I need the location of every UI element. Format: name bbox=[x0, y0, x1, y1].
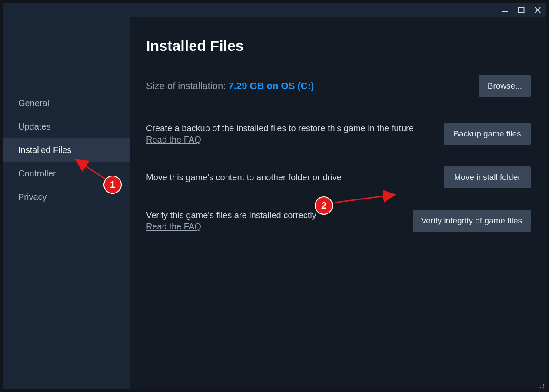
size-row: Size of installation: 7.29 GB on OS (C:)… bbox=[146, 75, 531, 97]
annotation-badge-1: 1 bbox=[103, 176, 122, 194]
close-button[interactable] bbox=[533, 6, 542, 14]
sidebar: General Updates Installed Files Controll… bbox=[3, 17, 130, 389]
section-move: Move this game's content to another fold… bbox=[146, 156, 531, 199]
annotation-badge-2: 2 bbox=[315, 196, 333, 215]
sidebar-item-label: Privacy bbox=[18, 192, 47, 202]
backup-desc: Create a backup of the installed files t… bbox=[146, 123, 414, 134]
sidebar-item-label: General bbox=[18, 98, 49, 108]
verify-desc: Verify this game's files are installed c… bbox=[146, 209, 316, 221]
svg-point-7 bbox=[540, 387, 541, 388]
titlebar bbox=[3, 3, 546, 17]
maximize-button[interactable] bbox=[517, 6, 526, 14]
sidebar-item-general[interactable]: General bbox=[3, 91, 130, 115]
svg-point-8 bbox=[542, 387, 542, 388]
page-title: Installed Files bbox=[146, 37, 531, 54]
properties-window: General Updates Installed Files Controll… bbox=[3, 3, 546, 389]
backup-game-files-button[interactable]: Backup game files bbox=[444, 123, 531, 145]
svg-point-6 bbox=[543, 385, 544, 386]
window-body: General Updates Installed Files Controll… bbox=[3, 17, 546, 389]
svg-point-9 bbox=[543, 387, 544, 388]
verify-faq-link[interactable]: Read the FAQ bbox=[146, 222, 201, 231]
section-backup: Create a backup of the installed files t… bbox=[146, 112, 531, 156]
sidebar-item-installed-files[interactable]: Installed Files bbox=[3, 138, 130, 162]
backup-text: Create a backup of the installed files t… bbox=[146, 123, 414, 145]
browse-button[interactable]: Browse... bbox=[479, 75, 531, 97]
annotation-number: 1 bbox=[110, 179, 115, 190]
svg-point-4 bbox=[543, 384, 544, 385]
svg-rect-1 bbox=[519, 8, 524, 13]
move-install-folder-button[interactable]: Move install folder bbox=[444, 166, 531, 188]
sidebar-item-label: Updates bbox=[18, 122, 51, 132]
move-text: Move this game's content to another fold… bbox=[146, 172, 342, 183]
resize-grip-icon[interactable] bbox=[538, 382, 545, 389]
section-verify: Verify this game's files are installed c… bbox=[146, 199, 531, 243]
size-text: Size of installation: 7.29 GB on OS (C:) bbox=[146, 80, 314, 92]
move-desc: Move this game's content to another fold… bbox=[146, 172, 342, 183]
sidebar-item-label: Installed Files bbox=[18, 145, 71, 155]
sidebar-item-label: Controller bbox=[18, 169, 56, 179]
main-panel: Installed Files Size of installation: 7.… bbox=[130, 17, 546, 389]
backup-faq-link[interactable]: Read the FAQ bbox=[146, 135, 201, 144]
verify-text: Verify this game's files are installed c… bbox=[146, 209, 316, 232]
minimize-button[interactable] bbox=[500, 6, 509, 14]
verify-integrity-button[interactable]: Verify integrity of game files bbox=[413, 210, 531, 232]
size-value: 7.29 GB on OS (C:) bbox=[229, 80, 314, 91]
sidebar-item-updates[interactable]: Updates bbox=[3, 115, 130, 138]
svg-point-5 bbox=[542, 385, 542, 386]
annotation-number: 2 bbox=[321, 200, 326, 211]
size-label: Size of installation: bbox=[146, 80, 226, 91]
